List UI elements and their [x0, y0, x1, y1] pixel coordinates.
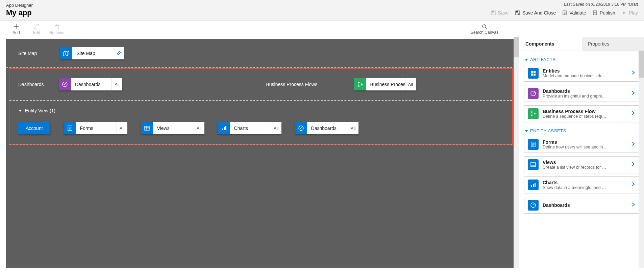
svg-rect-20: [531, 74, 533, 76]
svg-rect-28: [531, 185, 532, 187]
bpf-all[interactable]: All: [405, 78, 416, 90]
entity-view-header[interactable]: Entity View (1): [9, 101, 512, 115]
card-entities[interactable]: Entities Model and manage business da…: [524, 65, 639, 82]
card-forms[interactable]: Forms Define how users will see and in…: [524, 136, 639, 153]
svg-point-9: [358, 82, 360, 83]
svg-rect-13: [145, 126, 149, 130]
svg-rect-29: [533, 184, 534, 187]
bpf-icon: [528, 108, 539, 119]
components-panel: Components Properties ARTIFACTS Entities…: [519, 37, 644, 268]
entities-icon: [528, 68, 539, 79]
bpf-label: Business Process Flows: [266, 82, 354, 87]
tab-components[interactable]: Components: [519, 37, 582, 51]
svg-rect-6: [55, 25, 58, 29]
artifacts-row: Dashboards Dashboards All Business Proce…: [9, 69, 512, 100]
sitemap-icon: [60, 47, 72, 59]
forms-all[interactable]: All: [117, 122, 127, 134]
dashboards-col: Dashboards Dashboards All: [18, 78, 256, 90]
card-charts[interactable]: Charts Show data in a meaningful and …: [524, 176, 639, 193]
svg-rect-30: [535, 183, 536, 187]
panel-scrollbar[interactable]: [639, 51, 644, 268]
views-tile[interactable]: Views All: [141, 122, 204, 134]
svg-point-25: [534, 113, 536, 114]
assets-section-header[interactable]: ENTITY ASSETS: [524, 126, 639, 136]
views-icon: [141, 122, 153, 134]
svg-rect-19: [534, 71, 536, 73]
dashboards-icon: [59, 78, 71, 90]
header-actions: Save Save And Close Validate Publish Pla…: [491, 10, 638, 16]
sitemap-edit-button[interactable]: [113, 47, 124, 59]
main: Site Map Site Map Dashboards: [0, 37, 644, 268]
canvas: Site Map Site Map Dashboards: [6, 39, 516, 268]
views-tile-label: Views: [153, 122, 194, 134]
caret-down-icon: [525, 58, 528, 61]
bpf-col: Business Process Flows Business Proces… …: [256, 78, 504, 90]
svg-rect-21: [534, 74, 536, 76]
charts-tile-label: Charts: [230, 122, 271, 134]
highlight-area: Dashboards Dashboards All Business Proce…: [9, 68, 513, 145]
dashboards2-tile[interactable]: Dashboards All: [295, 122, 358, 134]
last-saved-label: Last Saved on :6/20/2019 3:16 PM *Draft: [564, 2, 638, 7]
chevron-right-icon: [631, 182, 636, 188]
svg-rect-14: [222, 129, 223, 130]
charts-icon: [528, 180, 539, 190]
entity-tiles-row: Account Forms All Views All: [9, 115, 512, 144]
chevron-right-icon: [631, 111, 636, 117]
svg-point-24: [531, 115, 532, 116]
separator-2: [9, 144, 512, 144]
canvas-scrollbar[interactable]: [514, 37, 519, 268]
forms-tile[interactable]: Forms All: [64, 122, 127, 134]
toolbar: Add Edit Remove Search Canvas: [0, 21, 644, 37]
sitemap-row: Site Map Site Map: [6, 39, 516, 68]
svg-point-7: [482, 25, 486, 28]
account-tile[interactable]: Account: [18, 122, 50, 134]
dashboards-tile-label: Dashboards: [71, 78, 112, 90]
tab-properties[interactable]: Properties: [582, 37, 644, 51]
forms-icon: [528, 139, 539, 150]
charts-icon: [218, 122, 230, 134]
breadcrumb: App Designer: [6, 3, 638, 8]
sitemap-tile[interactable]: Site Map: [60, 47, 124, 59]
bpf-tile[interactable]: Business Proces… All: [354, 78, 416, 90]
views-icon: [528, 159, 539, 170]
bpf-icon: [354, 78, 366, 90]
panel-body: ARTIFACTS Entities Model and manage busi…: [519, 51, 644, 268]
caret-down-icon: [525, 129, 528, 133]
artifacts-section-header[interactable]: ARTIFACTS: [524, 54, 639, 65]
panel-tabs: Components Properties: [519, 37, 644, 51]
chevron-right-icon: [631, 90, 636, 97]
dashboards2-tile-label: Dashboards: [307, 122, 348, 134]
chevron-right-icon: [631, 162, 636, 168]
views-all[interactable]: All: [194, 122, 204, 134]
validate-button[interactable]: Validate: [562, 10, 586, 16]
charts-all[interactable]: All: [271, 122, 281, 134]
svg-rect-16: [225, 126, 226, 130]
card-views[interactable]: Views Create a list view of records for …: [524, 156, 639, 173]
canvas-wrap: Site Map Site Map Dashboards: [0, 37, 519, 268]
search-canvas-button[interactable]: Search Canvas: [471, 24, 498, 35]
svg-point-11: [361, 84, 363, 85]
forms-icon: [64, 122, 76, 134]
header: App Designer My app Last Saved on :6/20/…: [0, 0, 644, 21]
save-and-close-button[interactable]: Save And Close: [515, 10, 556, 16]
charts-tile[interactable]: Charts All: [218, 122, 281, 134]
add-button[interactable]: Add: [6, 24, 26, 35]
caret-down-icon: [18, 109, 22, 113]
card-dashboards[interactable]: Dashboards Provide an insightful and gra…: [524, 85, 639, 102]
sitemap-tile-label: Site Map: [72, 47, 113, 59]
card-bpf[interactable]: Business Process Flow Define a sequence …: [524, 105, 639, 122]
svg-point-23: [531, 111, 532, 113]
svg-rect-3: [516, 11, 518, 12]
card-dashboards2[interactable]: Dashboards: [524, 197, 639, 214]
dashboards2-icon: [295, 122, 307, 134]
dashboards-tile[interactable]: Dashboards All: [59, 78, 122, 90]
publish-button[interactable]: Publish: [592, 10, 615, 16]
svg-rect-18: [531, 71, 533, 73]
entity-view-label: Entity View (1): [25, 108, 55, 113]
dashboards-all[interactable]: All: [112, 78, 122, 90]
svg-rect-15: [224, 127, 225, 130]
dashboards2-all[interactable]: All: [348, 122, 358, 134]
remove-button: Remove: [47, 24, 67, 35]
play-button: Play: [621, 10, 638, 16]
chevron-right-icon: [631, 141, 636, 147]
